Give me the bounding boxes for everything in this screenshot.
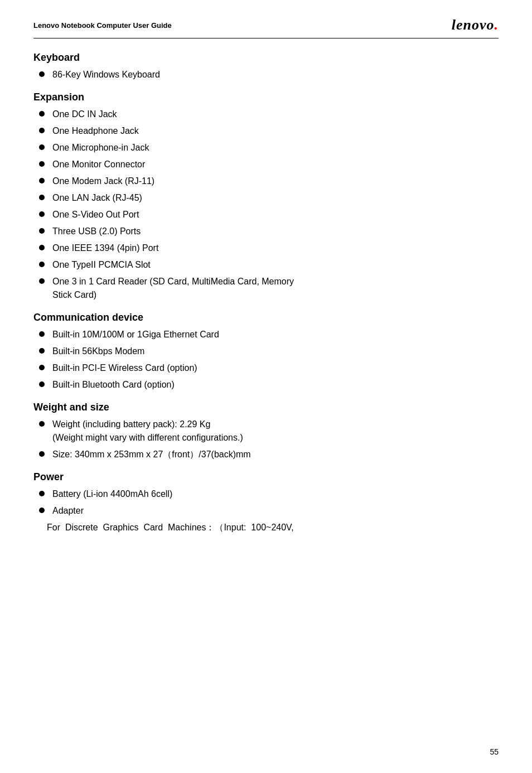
item-text: Adapter [52, 504, 499, 518]
list-item: Built-in 10M/100M or 1Giga Ethernet Card [39, 328, 499, 341]
section-power: Power Battery (Li-ion 4400mAh 6cell) Ada… [33, 471, 499, 534]
bullet-icon [39, 421, 45, 427]
bullet-icon [39, 71, 45, 77]
item-text: Three USB (2.0) Ports [52, 225, 499, 238]
list-item: Built-in 56Kbps Modem [39, 345, 499, 358]
item-text: One 3 in 1 Card Reader (SD Card, MultiMe… [52, 275, 499, 302]
list-item: One S-Video Out Port [39, 208, 499, 221]
header-title: Lenovo Notebook Computer User Guide [33, 21, 172, 30]
power-list: Battery (Li-ion 4400mAh 6cell) Adapter [39, 487, 499, 518]
page-number: 55 [490, 747, 499, 756]
section-title-expansion: Expansion [33, 91, 499, 103]
item-text: Size: 340mm x 253mm x 27（front）/37(back)… [52, 448, 499, 461]
bullet-icon [39, 365, 45, 370]
section-title-weight: Weight and size [33, 402, 499, 413]
item-text: One Headphone Jack [52, 124, 499, 138]
bullet-icon [39, 211, 45, 217]
item-continuation: Stick Card) [52, 290, 96, 299]
item-text: One Monitor Connector [52, 158, 499, 171]
bullet-icon [39, 178, 45, 183]
list-item: Adapter [39, 504, 499, 518]
list-item: One Microphone-in Jack [39, 141, 499, 154]
bullet-icon [39, 262, 45, 267]
page-header: Lenovo Notebook Computer User Guide leno… [33, 17, 499, 38]
section-expansion: Expansion One DC IN Jack One Headphone J… [33, 91, 499, 302]
item-text: One LAN Jack (RJ-45) [52, 191, 499, 205]
logo-dot: . [495, 17, 499, 33]
list-item: One 3 in 1 Card Reader (SD Card, MultiMe… [39, 275, 499, 302]
list-item: One IEEE 1394 (4pin) Port [39, 241, 499, 255]
item-text: One DC IN Jack [52, 108, 499, 121]
bullet-icon [39, 451, 45, 457]
section-title-keyboard: Keyboard [33, 52, 499, 64]
item-text: Built-in PCI-E Wireless Card (option) [52, 361, 499, 375]
bullet-icon [39, 195, 45, 200]
bullet-icon [39, 144, 45, 150]
bullet-icon [39, 111, 45, 117]
item-sub: (Weight might vary with different config… [52, 433, 243, 442]
item-text: One Microphone-in Jack [52, 141, 499, 154]
expansion-list: One DC IN Jack One Headphone Jack One Mi… [39, 108, 499, 302]
item-text: Battery (Li-ion 4400mAh 6cell) [52, 487, 499, 501]
list-item: Built-in PCI-E Wireless Card (option) [39, 361, 499, 375]
list-item: One TypeII PCMCIA Slot [39, 258, 499, 272]
weight-list: Weight (including battery pack): 2.29 Kg… [39, 418, 499, 461]
section-weight: Weight and size Weight (including batter… [33, 402, 499, 461]
item-text: One IEEE 1394 (4pin) Port [52, 241, 499, 255]
list-item: 86-Key Windows Keyboard [39, 68, 499, 81]
item-text: Built-in Bluetooth Card (option) [52, 378, 499, 392]
list-item: One LAN Jack (RJ-45) [39, 191, 499, 205]
logo-text: lenovo [452, 17, 495, 33]
section-communication: Communication device Built-in 10M/100M o… [33, 312, 499, 392]
bullet-icon [39, 128, 45, 133]
list-item: Built-in Bluetooth Card (option) [39, 378, 499, 392]
list-item: Size: 340mm x 253mm x 27（front）/37(back)… [39, 448, 499, 461]
list-item: One DC IN Jack [39, 108, 499, 121]
section-title-power: Power [33, 471, 499, 483]
section-keyboard: Keyboard 86-Key Windows Keyboard [33, 52, 499, 81]
bullet-icon [39, 228, 45, 234]
item-text: One Modem Jack (RJ-11) [52, 175, 499, 188]
list-item: One Headphone Jack [39, 124, 499, 138]
bullet-icon [39, 508, 45, 513]
item-text: Weight (including battery pack): 2.29 Kg… [52, 418, 499, 445]
power-adapter-note: For Discrete Graphics Card Machines：（Inp… [47, 521, 499, 534]
item-text: Built-in 10M/100M or 1Giga Ethernet Card [52, 328, 499, 341]
list-item: Three USB (2.0) Ports [39, 225, 499, 238]
list-item: One Modem Jack (RJ-11) [39, 175, 499, 188]
lenovo-logo: lenovo. [452, 17, 499, 33]
bullet-icon [39, 381, 45, 387]
list-item: Weight (including battery pack): 2.29 Kg… [39, 418, 499, 445]
bullet-icon [39, 491, 45, 496]
bullet-icon [39, 278, 45, 284]
bullet-icon [39, 245, 45, 250]
section-title-communication: Communication device [33, 312, 499, 323]
bullet-icon [39, 161, 45, 167]
bullet-icon [39, 331, 45, 337]
item-text: Built-in 56Kbps Modem [52, 345, 499, 358]
item-text: 86-Key Windows Keyboard [52, 68, 499, 81]
item-text: One TypeII PCMCIA Slot [52, 258, 499, 272]
item-text: One S-Video Out Port [52, 208, 499, 221]
bullet-icon [39, 348, 45, 354]
keyboard-list: 86-Key Windows Keyboard [39, 68, 499, 81]
communication-list: Built-in 10M/100M or 1Giga Ethernet Card… [39, 328, 499, 392]
page: Lenovo Notebook Computer User Guide leno… [0, 0, 532, 773]
list-item: Battery (Li-ion 4400mAh 6cell) [39, 487, 499, 501]
list-item: One Monitor Connector [39, 158, 499, 171]
